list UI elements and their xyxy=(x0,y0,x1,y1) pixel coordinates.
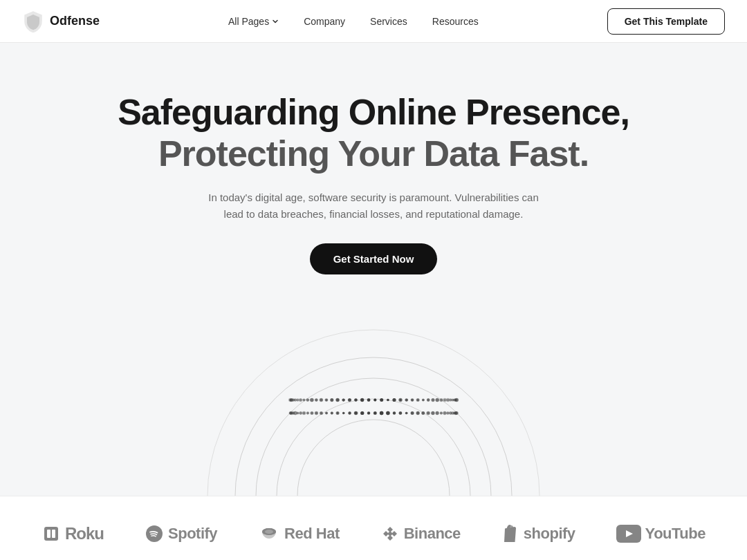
svg-point-61 xyxy=(367,398,371,402)
svg-point-49 xyxy=(303,398,306,401)
svg-point-139 xyxy=(348,411,351,414)
svg-point-132 xyxy=(310,411,313,415)
svg-point-137 xyxy=(336,411,338,413)
chevron-down-icon xyxy=(272,18,279,25)
svg-marker-174 xyxy=(387,531,393,536)
svg-point-62 xyxy=(374,398,376,401)
svg-point-141 xyxy=(360,411,364,415)
svg-point-55 xyxy=(331,398,333,401)
redhat-icon xyxy=(258,526,280,541)
svg-point-169 xyxy=(265,530,273,534)
roku-icon xyxy=(42,524,61,543)
svg-point-131 xyxy=(306,411,308,413)
svg-point-128 xyxy=(297,411,299,414)
hero-title-bottom: Protecting Your Data Fast. xyxy=(28,132,719,175)
hero-subtitle: In today's digital age, software securit… xyxy=(208,189,540,223)
svg-point-145 xyxy=(386,411,389,414)
svg-point-147 xyxy=(399,411,403,415)
svg-point-58 xyxy=(348,398,351,401)
svg-point-134 xyxy=(320,411,323,414)
svg-point-63 xyxy=(380,398,383,402)
svg-point-71 xyxy=(427,398,430,401)
svg-point-52 xyxy=(315,398,318,402)
svg-rect-163 xyxy=(44,527,58,541)
hero-title-top: Safeguarding Online Presence, xyxy=(28,93,719,132)
svg-point-151 xyxy=(421,411,425,415)
get-template-button[interactable]: Get This Template xyxy=(607,8,725,35)
svg-point-130 xyxy=(303,411,306,414)
nav-item-allpages[interactable]: All Pages xyxy=(228,16,279,27)
svg-point-67 xyxy=(405,398,408,401)
shopify-text: shopify xyxy=(524,525,575,543)
globe-svg xyxy=(249,316,498,496)
roku-text: Roku xyxy=(65,524,104,543)
svg-point-149 xyxy=(411,411,414,415)
logo-text: Odfense xyxy=(50,14,100,28)
svg-point-76 xyxy=(447,398,450,401)
svg-point-65 xyxy=(392,398,396,402)
svg-point-135 xyxy=(325,411,328,414)
nav-item-services[interactable]: Services xyxy=(370,15,407,28)
shopify-icon xyxy=(501,524,519,543)
nav-item-resources[interactable]: Resources xyxy=(432,15,479,28)
globe-illustration xyxy=(187,302,560,496)
binance-text: Binance xyxy=(404,525,461,543)
svg-point-50 xyxy=(306,398,309,402)
logo-icon xyxy=(22,10,44,32)
logo-link[interactable]: Odfense xyxy=(22,10,100,32)
svg-point-155 xyxy=(440,411,443,414)
svg-point-146 xyxy=(393,411,396,414)
svg-point-136 xyxy=(331,411,333,414)
nav-links: All Pages Company Services Resources xyxy=(228,15,479,28)
svg-point-154 xyxy=(436,411,439,415)
svg-point-74 xyxy=(440,398,443,401)
svg-point-47 xyxy=(297,398,299,400)
navigation: Odfense All Pages Company Services Resou… xyxy=(0,0,747,43)
svg-point-70 xyxy=(422,398,424,400)
spotify-icon xyxy=(145,524,164,543)
brand-roku: Roku xyxy=(42,524,104,543)
svg-point-156 xyxy=(443,411,446,414)
brand-shopify: shopify xyxy=(501,524,575,543)
svg-point-69 xyxy=(416,398,418,400)
svg-point-56 xyxy=(335,398,340,402)
svg-point-138 xyxy=(342,411,344,413)
svg-point-162 xyxy=(454,411,458,415)
svg-point-133 xyxy=(315,411,318,414)
hero-section: Safeguarding Online Presence, Protecting… xyxy=(0,43,747,496)
svg-point-57 xyxy=(342,398,345,401)
svg-point-144 xyxy=(380,411,384,415)
brand-youtube: YouTube xyxy=(616,525,706,543)
brand-redhat: Red Hat xyxy=(258,525,340,543)
binance-icon xyxy=(380,524,400,543)
svg-point-53 xyxy=(320,398,324,402)
get-started-button[interactable]: Get Started Now xyxy=(310,243,438,274)
youtube-text: YouTube xyxy=(645,525,706,543)
svg-point-73 xyxy=(436,398,439,402)
redhat-text: Red Hat xyxy=(284,525,340,543)
svg-point-51 xyxy=(310,398,314,402)
svg-point-54 xyxy=(325,398,327,400)
brands-bar: Roku Spotify Red Hat xyxy=(0,496,747,560)
brand-binance: Binance xyxy=(380,524,461,543)
svg-point-140 xyxy=(355,411,358,414)
svg-point-75 xyxy=(443,398,445,400)
svg-point-64 xyxy=(387,398,389,401)
svg-point-150 xyxy=(416,411,419,414)
svg-point-60 xyxy=(360,398,364,402)
youtube-icon xyxy=(616,525,641,543)
svg-rect-165 xyxy=(52,530,55,538)
svg-point-81 xyxy=(454,398,458,401)
nav-item-company[interactable]: Company xyxy=(304,15,345,28)
svg-point-129 xyxy=(299,411,302,414)
svg-point-46 xyxy=(294,398,297,401)
svg-point-157 xyxy=(446,411,449,414)
svg-rect-0 xyxy=(258,316,489,496)
svg-point-72 xyxy=(432,398,434,401)
svg-rect-164 xyxy=(47,530,50,538)
svg-point-59 xyxy=(354,398,358,402)
svg-point-66 xyxy=(398,398,402,401)
svg-point-153 xyxy=(431,411,434,415)
svg-point-152 xyxy=(427,411,430,414)
svg-point-142 xyxy=(367,411,370,414)
